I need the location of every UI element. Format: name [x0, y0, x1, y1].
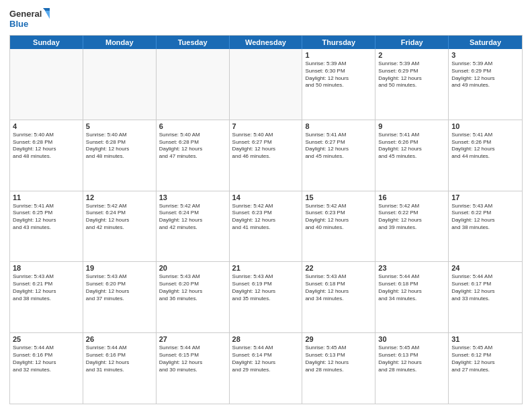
logo: General Blue	[9, 7, 50, 31]
day-number: 14	[232, 193, 300, 201]
header-cell-saturday: Saturday	[449, 36, 522, 49]
day-cell-29: 29Sunrise: 5:45 AM Sunset: 6:13 PM Dayli…	[302, 333, 375, 404]
day-number: 7	[232, 122, 300, 130]
day-number: 22	[305, 264, 372, 272]
day-info: Sunrise: 5:44 AM Sunset: 6:17 PM Dayligh…	[451, 273, 519, 302]
day-cell-15: 15Sunrise: 5:42 AM Sunset: 6:23 PM Dayli…	[302, 191, 375, 262]
header-cell-wednesday: Wednesday	[230, 36, 303, 49]
day-number: 13	[159, 193, 226, 201]
day-cell-2: 2Sunrise: 5:39 AM Sunset: 6:29 PM Daylig…	[375, 49, 449, 120]
day-info: Sunrise: 5:39 AM Sunset: 6:30 PM Dayligh…	[305, 60, 372, 89]
day-info: Sunrise: 5:43 AM Sunset: 6:21 PM Dayligh…	[13, 273, 80, 302]
calendar-header: SundayMondayTuesdayWednesdayThursdayFrid…	[10, 36, 522, 49]
day-cell-18: 18Sunrise: 5:43 AM Sunset: 6:21 PM Dayli…	[10, 262, 83, 332]
day-cell-30: 30Sunrise: 5:45 AM Sunset: 6:13 PM Dayli…	[375, 333, 449, 404]
day-info: Sunrise: 5:41 AM Sunset: 6:25 PM Dayligh…	[13, 203, 80, 232]
svg-marker-3	[45, 11, 50, 19]
day-cell-27: 27Sunrise: 5:44 AM Sunset: 6:15 PM Dayli…	[157, 333, 230, 404]
empty-cell	[83, 49, 157, 120]
day-cell-28: 28Sunrise: 5:44 AM Sunset: 6:14 PM Dayli…	[230, 333, 303, 404]
calendar-row-3: 18Sunrise: 5:43 AM Sunset: 6:21 PM Dayli…	[10, 261, 522, 332]
calendar: SundayMondayTuesdayWednesdayThursdayFrid…	[9, 35, 523, 404]
day-info: Sunrise: 5:42 AM Sunset: 6:24 PM Dayligh…	[159, 203, 226, 232]
day-cell-4: 4Sunrise: 5:40 AM Sunset: 6:28 PM Daylig…	[10, 120, 83, 191]
day-number: 23	[378, 264, 445, 272]
day-number: 3	[451, 51, 519, 59]
day-number: 15	[305, 193, 372, 201]
day-info: Sunrise: 5:43 AM Sunset: 6:20 PM Dayligh…	[159, 273, 226, 302]
svg-text:Blue: Blue	[9, 19, 28, 29]
day-info: Sunrise: 5:44 AM Sunset: 6:15 PM Dayligh…	[159, 345, 226, 373]
calendar-row-0: 1Sunrise: 5:39 AM Sunset: 6:30 PM Daylig…	[10, 49, 522, 120]
day-cell-11: 11Sunrise: 5:41 AM Sunset: 6:25 PM Dayli…	[10, 191, 83, 262]
day-number: 17	[451, 193, 519, 201]
day-number: 21	[232, 264, 300, 272]
day-cell-3: 3Sunrise: 5:39 AM Sunset: 6:29 PM Daylig…	[449, 49, 522, 120]
header-cell-monday: Monday	[83, 36, 157, 49]
day-number: 6	[159, 122, 226, 130]
day-number: 24	[451, 264, 519, 272]
day-number: 16	[378, 193, 445, 201]
day-info: Sunrise: 5:41 AM Sunset: 6:26 PM Dayligh…	[378, 132, 445, 161]
day-info: Sunrise: 5:43 AM Sunset: 6:20 PM Dayligh…	[86, 273, 153, 302]
day-info: Sunrise: 5:45 AM Sunset: 6:13 PM Dayligh…	[305, 345, 372, 373]
day-cell-6: 6Sunrise: 5:40 AM Sunset: 6:28 PM Daylig…	[157, 120, 230, 191]
empty-cell	[230, 49, 303, 120]
header-cell-friday: Friday	[375, 36, 449, 49]
day-number: 11	[13, 193, 80, 201]
day-number: 28	[232, 335, 300, 343]
day-cell-23: 23Sunrise: 5:44 AM Sunset: 6:18 PM Dayli…	[375, 262, 449, 332]
day-info: Sunrise: 5:44 AM Sunset: 6:16 PM Dayligh…	[86, 345, 153, 373]
day-number: 19	[86, 264, 153, 272]
day-info: Sunrise: 5:40 AM Sunset: 6:27 PM Dayligh…	[232, 132, 300, 161]
day-info: Sunrise: 5:41 AM Sunset: 6:26 PM Dayligh…	[451, 132, 519, 161]
day-cell-22: 22Sunrise: 5:43 AM Sunset: 6:18 PM Dayli…	[302, 262, 375, 332]
day-cell-9: 9Sunrise: 5:41 AM Sunset: 6:26 PM Daylig…	[375, 120, 449, 191]
day-cell-21: 21Sunrise: 5:43 AM Sunset: 6:19 PM Dayli…	[230, 262, 303, 332]
day-info: Sunrise: 5:44 AM Sunset: 6:14 PM Dayligh…	[232, 345, 300, 373]
day-number: 9	[378, 122, 445, 130]
day-info: Sunrise: 5:45 AM Sunset: 6:13 PM Dayligh…	[378, 345, 445, 373]
day-number: 10	[451, 122, 519, 130]
day-number: 25	[13, 335, 80, 343]
calendar-row-4: 25Sunrise: 5:44 AM Sunset: 6:16 PM Dayli…	[10, 332, 522, 404]
day-info: Sunrise: 5:44 AM Sunset: 6:18 PM Dayligh…	[378, 273, 445, 302]
day-cell-20: 20Sunrise: 5:43 AM Sunset: 6:20 PM Dayli…	[157, 262, 230, 332]
day-info: Sunrise: 5:43 AM Sunset: 6:19 PM Dayligh…	[232, 273, 300, 302]
day-cell-5: 5Sunrise: 5:40 AM Sunset: 6:28 PM Daylig…	[83, 120, 157, 191]
day-info: Sunrise: 5:43 AM Sunset: 6:22 PM Dayligh…	[451, 203, 519, 232]
day-cell-12: 12Sunrise: 5:42 AM Sunset: 6:24 PM Dayli…	[83, 191, 157, 262]
calendar-body: 1Sunrise: 5:39 AM Sunset: 6:30 PM Daylig…	[10, 49, 522, 404]
day-info: Sunrise: 5:44 AM Sunset: 6:16 PM Dayligh…	[13, 345, 80, 373]
day-cell-25: 25Sunrise: 5:44 AM Sunset: 6:16 PM Dayli…	[10, 333, 83, 404]
header-cell-thursday: Thursday	[302, 36, 375, 49]
header-cell-tuesday: Tuesday	[157, 36, 230, 49]
empty-cell	[10, 49, 83, 120]
day-number: 26	[86, 335, 153, 343]
day-number: 30	[378, 335, 445, 343]
day-number: 18	[13, 264, 80, 272]
day-cell-26: 26Sunrise: 5:44 AM Sunset: 6:16 PM Dayli…	[83, 333, 157, 404]
day-cell-13: 13Sunrise: 5:42 AM Sunset: 6:24 PM Dayli…	[157, 191, 230, 262]
day-cell-19: 19Sunrise: 5:43 AM Sunset: 6:20 PM Dayli…	[83, 262, 157, 332]
day-info: Sunrise: 5:40 AM Sunset: 6:28 PM Dayligh…	[86, 132, 153, 161]
day-info: Sunrise: 5:40 AM Sunset: 6:28 PM Dayligh…	[13, 132, 80, 161]
page-header: General Blue	[9, 7, 523, 31]
day-number: 5	[86, 122, 153, 130]
day-cell-24: 24Sunrise: 5:44 AM Sunset: 6:17 PM Dayli…	[449, 262, 522, 332]
day-number: 29	[305, 335, 372, 343]
day-number: 27	[159, 335, 226, 343]
day-number: 1	[305, 51, 372, 59]
day-info: Sunrise: 5:42 AM Sunset: 6:23 PM Dayligh…	[232, 203, 300, 232]
svg-text:General: General	[9, 9, 42, 19]
day-number: 20	[159, 264, 226, 272]
day-info: Sunrise: 5:39 AM Sunset: 6:29 PM Dayligh…	[451, 60, 519, 89]
day-number: 4	[13, 122, 80, 130]
day-info: Sunrise: 5:41 AM Sunset: 6:27 PM Dayligh…	[305, 132, 372, 161]
day-info: Sunrise: 5:42 AM Sunset: 6:22 PM Dayligh…	[378, 203, 445, 232]
day-cell-17: 17Sunrise: 5:43 AM Sunset: 6:22 PM Dayli…	[449, 191, 522, 262]
day-number: 8	[305, 122, 372, 130]
day-number: 2	[378, 51, 445, 59]
day-info: Sunrise: 5:40 AM Sunset: 6:28 PM Dayligh…	[159, 132, 226, 161]
day-cell-10: 10Sunrise: 5:41 AM Sunset: 6:26 PM Dayli…	[449, 120, 522, 191]
